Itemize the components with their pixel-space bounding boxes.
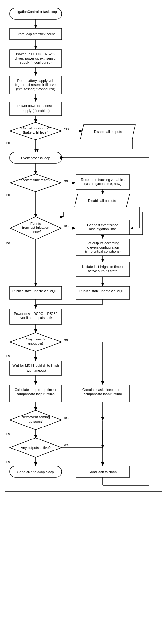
any-outputs-yes-label: yes (64, 443, 69, 447)
send-task-sleep-label: Send task to sleep (89, 470, 117, 474)
events-since-label-2: from last irrigation (22, 226, 49, 229)
critical-yes-label: yes (64, 127, 69, 130)
set-outputs-label-1: Set outputs according (86, 241, 119, 245)
power-down-ext-label-1: Power down ext. sensor (17, 104, 54, 108)
calc-task-sleep-label-1: Calculate task sleep time + (82, 388, 123, 392)
next-event-no-label: no (6, 432, 10, 435)
power-down-dcdc-label-2: driver if no outputs active (17, 316, 55, 320)
read-battery-label-2: tage; read reservoir fill level (15, 83, 56, 87)
publish-mqtt-left-label-1: Publish state update via MQTT (12, 289, 59, 293)
next-event-soon-label-1: Next event coming (22, 415, 50, 419)
publish-mqtt-right-node (76, 286, 130, 299)
publish-mqtt-left-node (10, 286, 62, 299)
power-down-ext-label-2: supply (if enabled) (22, 109, 50, 113)
stay-awake-yes-label: yes (64, 338, 69, 341)
systime-yes-label: yes (64, 179, 69, 182)
events-no-label: no (6, 241, 10, 245)
start-label: IrrigationController task loop (14, 10, 57, 14)
disable-outputs-2-label: Disable all outputs (88, 199, 116, 203)
events-since-label-3: til now? (30, 230, 41, 234)
flowchart-svg: IrrigationController task loop Store loo… (3, 3, 162, 644)
any-outputs-active-label: Any outputs active? (21, 446, 51, 450)
stay-awake-no-label: no (6, 354, 10, 357)
flowchart-diagram: IrrigationController task loop Store loo… (0, 0, 162, 644)
set-outputs-label-3: (if no critical conditions) (85, 250, 121, 253)
calc-task-sleep-label-2: compensate loop runtime (84, 392, 122, 396)
critical-cond-label-1: Critical conditions? (21, 126, 50, 130)
update-irrigation-label-1: Update last irrigation time + (82, 265, 123, 269)
system-time-reset-node (10, 174, 62, 192)
wait-mqtt-label-2: (with timeout) (25, 368, 46, 372)
next-event-yes-label: yes (64, 416, 69, 420)
next-event-soon-label-2: up soon? (29, 419, 42, 423)
reset-time-vars-label-2: (last irrigation time, now) (84, 182, 121, 186)
system-time-reset-label: System time reset? (21, 178, 50, 182)
systime-no-label: no (6, 193, 10, 197)
publish-mqtt-right-label-1: Publish state update via MQTT (79, 289, 126, 293)
calc-deep-sleep-label-2: compensate loop runtime (17, 392, 55, 396)
any-outputs-no-label: no (6, 460, 10, 463)
events-yes-label: yes (64, 224, 69, 228)
events-since-label-1: Events (30, 222, 41, 226)
get-next-event-label-2: last irrigation time (89, 227, 116, 231)
critical-no-label: no (6, 141, 10, 145)
set-outputs-label-2: to event configuration (87, 245, 119, 249)
read-battery-label-3: (ext. sesnor; if configured) (16, 87, 55, 91)
critical-cond-label-2: (battery, fill level) (23, 130, 49, 134)
store-tick-label: Store loop start tick count (17, 32, 55, 36)
update-irrigation-label-2: active outputs state (88, 269, 118, 273)
calc-deep-sleep-label-1: Calculate deep sleep time + (15, 388, 57, 392)
power-up-label-2: driver; power up ext. sensor (15, 56, 57, 60)
disable-outputs-1-label: Disable all outputs (94, 130, 122, 134)
stay-awake-label-1: Stay awake? (26, 337, 45, 341)
reset-time-vars-label-1: Reset time tracking variables (81, 178, 125, 182)
power-up-label-1: Power up DCDC + RS232 (16, 52, 55, 56)
send-deep-sleep-label: Send chip to deep sleep (17, 470, 54, 474)
event-loop-label: Event process loop (21, 156, 50, 160)
power-up-label-3: supply (if configured) (20, 61, 51, 64)
get-next-event-label-1: Get next event since (87, 223, 118, 227)
stay-awake-label-2: (input pin) (28, 341, 43, 345)
read-battery-label-1: Read battery supply vol- (17, 79, 54, 83)
wait-mqtt-label-1: Wait for MQTT publish to finish (12, 363, 59, 367)
power-down-dcdc-label-1: Power down DCDC + RS232 (14, 312, 57, 316)
